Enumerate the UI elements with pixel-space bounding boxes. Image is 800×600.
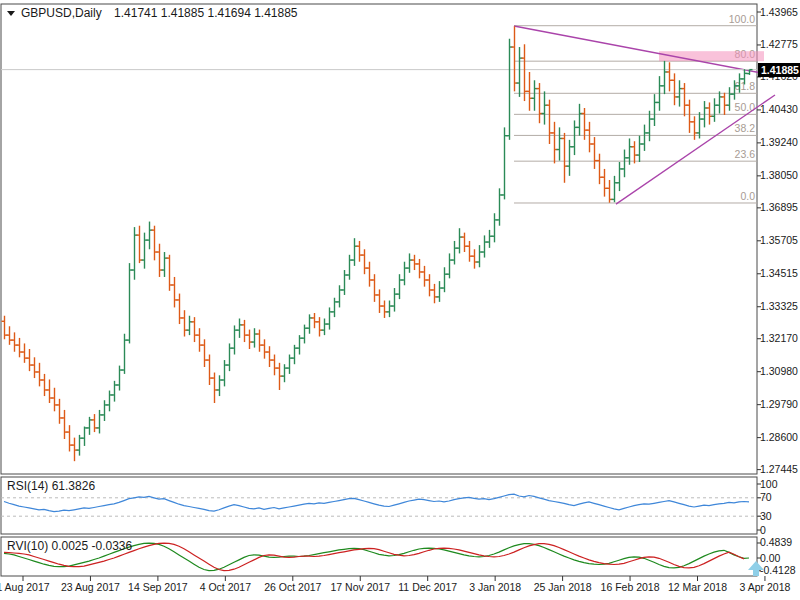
price-axis-label[interactable]: 1.38050 bbox=[760, 169, 798, 181]
price-axis-label[interactable]: 1.29790 bbox=[760, 398, 798, 410]
price-axis-label[interactable]: 1.35705 bbox=[760, 234, 798, 246]
price-axis-label[interactable]: 1.39240 bbox=[760, 136, 798, 148]
symbol-header: GBPUSD,Daily 1.41741 1.41885 1.41694 1.4… bbox=[7, 6, 298, 20]
last-price-badge: 1.41885 bbox=[758, 63, 800, 77]
price-axis-label[interactable]: 1.32170 bbox=[760, 332, 798, 344]
price-axis-label[interactable]: 1.30980 bbox=[760, 365, 798, 377]
fib-level-label: 50.0 bbox=[735, 101, 756, 113]
price-axis-label[interactable]: 1.36895 bbox=[760, 201, 798, 213]
price-axis-label[interactable]: 1.27445 bbox=[760, 463, 798, 475]
date-axis-label[interactable]: 25 Jan 2018 bbox=[534, 581, 592, 593]
date-axis-label[interactable]: 11 Dec 2017 bbox=[398, 581, 457, 593]
last-price-value: 1.41885 bbox=[761, 64, 799, 76]
date-axis-label[interactable]: 4 Oct 2017 bbox=[200, 581, 252, 593]
rvi-indicator-label: RVI(10) 0.0025 -0.0336 bbox=[7, 539, 133, 553]
date-axis-label[interactable]: 23 Aug 2017 bbox=[61, 581, 120, 593]
date-axis-label[interactable]: 16 Feb 2018 bbox=[601, 581, 660, 593]
date-axis-label[interactable]: 26 Oct 2017 bbox=[264, 581, 321, 593]
symbol-dropdown-icon[interactable] bbox=[7, 11, 15, 16]
date-axis-label[interactable]: 14 Sep 2017 bbox=[128, 581, 188, 593]
price-axis-label[interactable]: 1.34515 bbox=[760, 267, 798, 279]
descending-trendline[interactable] bbox=[514, 26, 766, 74]
price-axis-label[interactable]: 1.33325 bbox=[760, 300, 798, 312]
price-axis-label[interactable]: 1.40430 bbox=[760, 103, 798, 115]
price-axis-label[interactable]: 1.28600 bbox=[760, 431, 798, 443]
rsi-axis-label[interactable]: 0 bbox=[760, 524, 766, 536]
fib-level-label: 38.2 bbox=[735, 122, 756, 134]
date-axis-label[interactable]: 1 Aug 2017 bbox=[0, 581, 50, 593]
rvi-axis-label[interactable]: 0.4839 bbox=[760, 536, 792, 548]
chart-graphics: 1.439651.427751.416201.404301.392401.380… bbox=[0, 4, 798, 593]
main-price-pane[interactable] bbox=[1, 4, 757, 474]
rsi-indicator-label: RSI(14) 61.3826 bbox=[7, 479, 95, 493]
symbol-label: GBPUSD,Daily bbox=[21, 6, 102, 20]
fib-level-label: 100.0 bbox=[729, 13, 755, 25]
rsi-line bbox=[4, 494, 749, 512]
fib-level-label: 0.0 bbox=[740, 190, 755, 202]
fib-level-label: 23.6 bbox=[735, 148, 756, 160]
chart-canvas[interactable]: 1.439651.427751.416201.404301.392401.380… bbox=[0, 0, 800, 600]
date-axis-label[interactable]: 12 Mar 2018 bbox=[668, 581, 727, 593]
rsi-axis-label[interactable]: 100 bbox=[760, 478, 778, 490]
date-axis-label[interactable]: 17 Nov 2017 bbox=[330, 581, 390, 593]
rvi-axis-label[interactable]: 0.00 bbox=[760, 552, 781, 564]
date-axis-label[interactable]: 3 Apr 2018 bbox=[740, 581, 791, 593]
date-axis-label[interactable]: 3 Jan 2018 bbox=[469, 581, 521, 593]
trading-chart-window: 1.439651.427751.416201.404301.392401.380… bbox=[0, 0, 800, 600]
price-axis-label[interactable]: 1.43965 bbox=[760, 6, 798, 18]
rvi-axis-label[interactable]: -0.4128 bbox=[760, 564, 796, 576]
symbol-title: GBPUSD,Daily 1.41741 1.41885 1.41694 1.4… bbox=[21, 6, 298, 20]
rsi-axis-label[interactable]: 30 bbox=[760, 510, 772, 522]
price-axis-label[interactable]: 1.42775 bbox=[760, 38, 798, 50]
ohlc-values: 1.41741 1.41885 1.41694 1.41885 bbox=[114, 6, 298, 20]
rsi-axis-label[interactable]: 70 bbox=[760, 491, 772, 503]
